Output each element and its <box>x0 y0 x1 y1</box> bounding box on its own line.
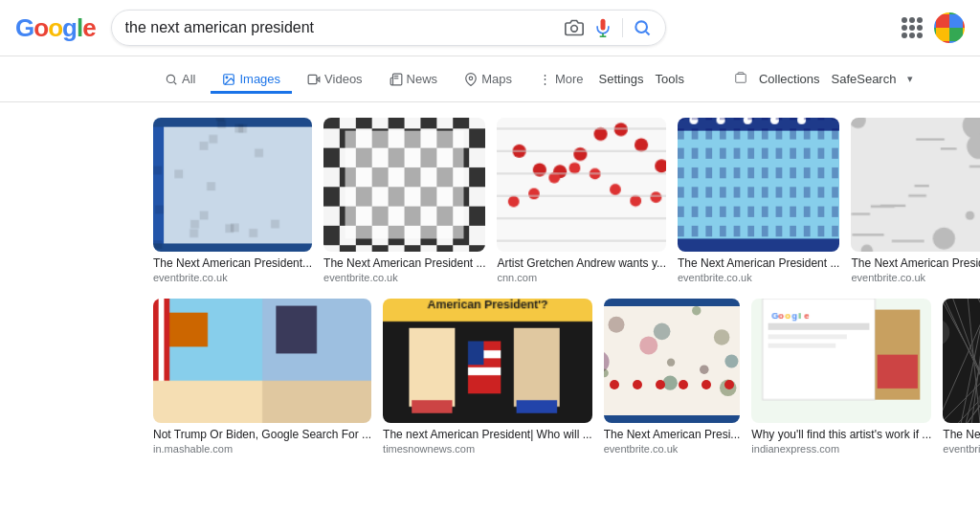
result-image-wrap <box>851 118 980 252</box>
nav-tools[interactable]: Tools <box>656 72 684 86</box>
result-source: eventbrite.co.uk <box>943 443 980 455</box>
result-source: eventbrite.co.uk <box>604 443 741 455</box>
nav-maps[interactable]: Maps <box>453 64 523 94</box>
results-row-2: Not Trump Or Biden, Google Search For ..… <box>153 299 827 455</box>
nav-maps-label: Maps <box>481 72 512 86</box>
nav-images[interactable]: Images <box>211 64 292 94</box>
svg-point-3 <box>635 21 647 33</box>
result-image-wrap <box>323 118 485 252</box>
result-image-wrap <box>604 299 741 423</box>
svg-rect-14 <box>736 75 746 83</box>
search-icon[interactable] <box>633 18 652 37</box>
nav-bar: All Images Videos News Maps ⋮ More Setti… <box>0 56 980 102</box>
nav-more-icon: ⋮ <box>539 72 551 86</box>
svg-point-13 <box>469 77 473 80</box>
nav-right: Settings Tools Collections SafeSearch ▾ <box>599 71 914 87</box>
search-input[interactable] <box>125 19 555 36</box>
header: Google <box>0 0 980 56</box>
result-card[interactable]: The Next American President ...eventbrit… <box>323 118 485 283</box>
result-title: The Next American President ... <box>323 256 485 272</box>
result-title: Artist Gretchen Andrew wants y... <box>497 256 666 272</box>
result-title: The Next American President Ev... <box>851 256 980 272</box>
result-card[interactable]: The Next American President...eventbrite… <box>153 118 312 283</box>
results-container: The Next American President...eventbrite… <box>0 102 980 470</box>
svg-point-5 <box>167 75 174 82</box>
search-divider <box>622 18 623 37</box>
nav-settings[interactable]: Settings <box>599 72 644 86</box>
nav-news[interactable]: News <box>378 64 450 94</box>
apps-icon[interactable] <box>902 17 923 38</box>
nav-videos-label: Videos <box>324 72 363 86</box>
result-title: The Next American Presi... <box>604 427 741 443</box>
result-image-wrap <box>751 299 931 423</box>
result-image-wrap <box>153 299 371 423</box>
result-source: in.mashable.com <box>153 443 371 455</box>
safesearch-label[interactable]: SafeSearch <box>831 72 896 86</box>
header-right <box>902 12 965 43</box>
result-source: indianexpress.com <box>751 443 931 455</box>
result-card[interactable]: The Next American President Ev...eventbr… <box>851 118 980 283</box>
collections-label[interactable]: Collections <box>759 72 820 86</box>
results-row-1: The Next American President...eventbrite… <box>153 118 827 283</box>
result-source: eventbrite.co.uk <box>323 272 485 283</box>
result-image-wrap <box>678 118 839 252</box>
nav-more[interactable]: ⋮ More <box>527 64 595 94</box>
result-source: eventbrite.co.uk <box>851 272 980 283</box>
result-card[interactable]: The Next American Presi...eventbrite.co.… <box>943 299 980 455</box>
result-title: The Next American Presi... <box>943 427 980 443</box>
result-title: The Next American President ... <box>678 256 839 272</box>
nav-images-label: Images <box>239 72 280 86</box>
camera-icon[interactable] <box>565 18 584 37</box>
nav-videos[interactable]: Videos <box>296 64 374 94</box>
svg-rect-9 <box>308 75 317 83</box>
result-title: Not Trump Or Biden, Google Search For ..… <box>153 427 371 443</box>
nav-all-label: All <box>182 72 195 86</box>
safesearch-chevron[interactable]: ▾ <box>907 73 913 85</box>
result-card[interactable]: The Next American President ...eventbrit… <box>678 118 839 283</box>
result-card[interactable]: Artist Gretchen Andrew wants y...cnn.com <box>497 118 666 283</box>
result-image-wrap <box>153 118 312 252</box>
search-bar <box>111 10 666 46</box>
svg-point-8 <box>227 77 229 78</box>
collections-icon <box>734 71 747 84</box>
result-source: eventbrite.co.uk <box>153 272 312 283</box>
svg-line-6 <box>174 81 177 84</box>
google-logo[interactable]: Google <box>15 13 96 43</box>
result-card[interactable]: The Next American Presi...eventbrite.co.… <box>604 299 741 455</box>
result-image-wrap <box>497 118 666 252</box>
result-image-wrap <box>383 299 592 423</box>
result-card[interactable]: Not Trump Or Biden, Google Search For ..… <box>153 299 371 455</box>
result-card[interactable]: The next American President| Who will ..… <box>383 299 592 455</box>
nav-more-label: More <box>555 72 584 86</box>
result-source: cnn.com <box>497 272 666 283</box>
search-icons <box>565 18 652 37</box>
result-card[interactable]: Why you'll find this artist's work if ..… <box>751 299 931 455</box>
svg-point-0 <box>570 26 577 33</box>
result-image-wrap <box>943 299 980 423</box>
result-title: Why you'll find this artist's work if ..… <box>751 427 931 443</box>
google-account-icon[interactable] <box>934 12 965 43</box>
result-title: The Next American President... <box>153 256 312 272</box>
result-title: The next American President| Who will ..… <box>383 427 592 443</box>
nav-news-label: News <box>407 72 438 86</box>
result-source: eventbrite.co.uk <box>678 272 839 283</box>
result-source: timesnownews.com <box>383 443 592 455</box>
svg-line-4 <box>645 32 649 35</box>
microphone-icon[interactable] <box>593 18 612 37</box>
nav-all[interactable]: All <box>153 64 207 94</box>
